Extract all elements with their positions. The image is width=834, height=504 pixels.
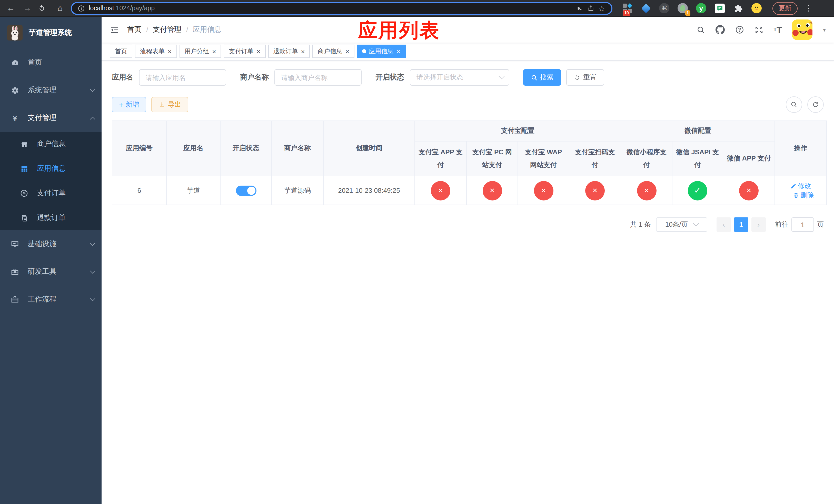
home-icon[interactable]: ⌂ [54, 4, 66, 12]
forward-icon[interactable]: → [22, 4, 33, 12]
page-content: 应用名 商户名称 开启状态 请选择开启状态 搜索 [102, 61, 834, 241]
tab-label: 退款订单 [273, 47, 298, 55]
sidebar-item-dev-tools[interactable]: 研发工具 [0, 258, 102, 285]
page-1-button[interactable]: 1 [734, 217, 748, 232]
browser-menu-icon[interactable]: ⋮ [805, 4, 812, 13]
tab-label: 流程表单 [140, 47, 164, 55]
sidebar-item-label: 支付订单 [37, 189, 94, 198]
sidebar-fold-icon[interactable] [110, 25, 119, 35]
recorder-extension-icon[interactable]: 1 [677, 3, 688, 14]
font-size-icon[interactable]: TT [773, 25, 782, 34]
share-icon[interactable] [587, 5, 594, 12]
add-button[interactable]: + 新增 [112, 97, 146, 112]
back-icon[interactable]: ← [5, 4, 16, 12]
wechat-mini-cell: × [621, 176, 672, 205]
tab-home[interactable]: 首页 [110, 45, 132, 58]
close-icon[interactable]: × [301, 48, 305, 54]
next-page-button[interactable]: › [751, 217, 766, 232]
refresh-table-icon[interactable] [807, 96, 824, 113]
app-name-input[interactable] [139, 69, 226, 86]
bookmark-star-icon[interactable]: ☆ [598, 4, 605, 12]
sidebar-item-home[interactable]: 首页 [0, 49, 102, 76]
puzzle-extensions-icon[interactable] [732, 3, 744, 14]
github-icon[interactable] [716, 25, 725, 35]
grid-table-icon [20, 165, 29, 173]
tab-app-info[interactable]: 应用信息× [357, 45, 405, 58]
site-info-icon[interactable] [78, 5, 85, 12]
tab-user-group[interactable]: 用户分组× [179, 45, 221, 58]
update-button[interactable]: 更新 [772, 2, 797, 15]
sidebar-item-pay-order[interactable]: 支付订单 [0, 181, 102, 206]
user-avatar[interactable] [792, 20, 813, 40]
tab-manager-extension-icon[interactable]: 10 [622, 3, 633, 14]
address-bar[interactable]: localhost:1024/pay/app ☆ [71, 2, 612, 15]
enabled-switch[interactable] [236, 186, 256, 196]
url-text: localhost:1024/pay/app [89, 5, 155, 12]
reload-icon[interactable] [38, 4, 49, 12]
sidebar-item-refund-order[interactable]: 退款订单 [0, 206, 102, 230]
gear-icon [10, 86, 20, 94]
store-icon [20, 140, 29, 148]
sidebar-item-label: 支付管理 [28, 113, 91, 122]
command-extension-icon[interactable]: ⌘ [659, 3, 670, 14]
sidebar-item-merchant-info[interactable]: 商户信息 [0, 132, 102, 156]
avatar-caret-icon[interactable]: ▾ [823, 26, 826, 33]
cross-icon: × [746, 186, 751, 195]
breadcrumb-home[interactable]: 首页 [127, 25, 141, 35]
export-button[interactable]: 导出 [151, 97, 188, 112]
prev-page-button[interactable]: ‹ [717, 217, 731, 232]
sidebar-item-label: 研发工具 [28, 267, 91, 276]
breadcrumb-current: 应用信息 [193, 25, 222, 35]
lens-shape [680, 5, 685, 11]
help-icon[interactable] [735, 25, 744, 35]
sidebar-item-label: 应用信息 [37, 164, 94, 173]
status-badge: × [637, 181, 656, 201]
goto-label: 前往 [775, 220, 788, 229]
logo-row[interactable]: 芋道管理系统 [0, 17, 102, 49]
close-icon[interactable]: × [168, 48, 172, 54]
col-alipay-app: 支付宝 APP 支付 [415, 141, 466, 176]
reset-button[interactable]: 重置 [566, 69, 604, 86]
close-icon[interactable]: × [212, 48, 216, 54]
sidebar-item-app-info[interactable]: 应用信息 [0, 156, 102, 181]
goto-page-input[interactable] [791, 217, 814, 232]
close-icon[interactable]: × [257, 48, 260, 54]
page-size-select[interactable]: 10条/页 [656, 217, 707, 232]
show-search-toggle-icon[interactable] [786, 96, 802, 113]
search-button[interactable]: 搜索 [523, 69, 561, 86]
delete-link[interactable]: 删除 [793, 191, 814, 200]
fullscreen-icon[interactable] [754, 25, 763, 34]
password-key-icon[interactable] [575, 4, 583, 12]
edit-link[interactable]: 修改 [790, 182, 811, 191]
close-icon[interactable]: × [396, 48, 400, 54]
breadcrumb-payment[interactable]: 支付管理 [153, 25, 181, 35]
status-badge: ✓ [688, 181, 707, 201]
tab-merchant-info[interactable]: 商户信息× [313, 45, 354, 58]
pagination: 共 1 条 10条/页 ‹ 1 › 前往 页 [112, 217, 824, 232]
active-dot [362, 49, 366, 53]
status-select[interactable]: 请选择开启状态 [410, 69, 509, 86]
add-button-label: 新增 [126, 100, 139, 109]
emoji-extension-icon[interactable] [751, 3, 762, 14]
sidebar-item-infrastructure[interactable]: 基础设施 [0, 230, 102, 258]
tab-process-form[interactable]: 流程表单× [135, 45, 177, 58]
filter-merchant-name: 商户名称 [240, 69, 361, 86]
chat-extension-icon[interactable] [714, 3, 725, 14]
col-alipay-qr: 支付宝扫码支付 [569, 141, 621, 176]
merchant-name-input[interactable] [275, 69, 361, 86]
sidebar-item-workflow[interactable]: 工作流程 [0, 285, 102, 313]
cross-icon: × [489, 186, 495, 195]
sidebar-item-system[interactable]: 系统管理 [0, 76, 102, 104]
close-icon[interactable]: × [346, 48, 349, 54]
chevron-down-icon [499, 74, 505, 79]
header-search-icon[interactable] [697, 25, 705, 34]
sidebar-item-payment[interactable]: ¥ 支付管理 [0, 104, 102, 132]
kite-extension-icon[interactable] [640, 3, 652, 14]
tab-pay-order[interactable]: 支付订单× [224, 45, 265, 58]
tab-refund-order[interactable]: 退款订单× [268, 45, 310, 58]
sidebar-item-label: 首页 [28, 58, 94, 67]
alipay-wap-cell: × [518, 176, 569, 205]
search-button-label: 搜索 [540, 73, 553, 82]
y-extension-icon[interactable]: y [696, 3, 707, 14]
breadcrumb-separator: / [146, 26, 148, 34]
